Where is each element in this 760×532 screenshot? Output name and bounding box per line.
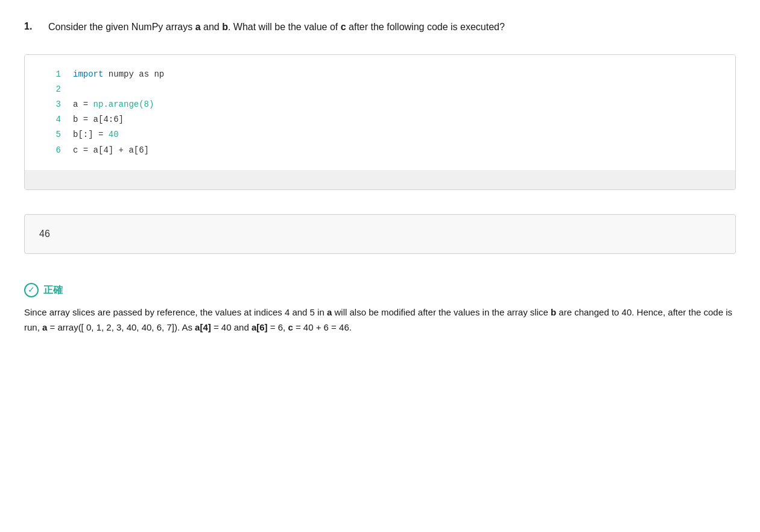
question-var-a: a xyxy=(195,22,201,32)
line-number-5: 5 xyxy=(37,127,61,142)
code-line-6: 6 c = a[4] + a[6] xyxy=(25,143,735,158)
feedback-exp6: = 6, xyxy=(268,322,288,332)
feedback-section: ✓ 正確 Since array slices are passed by re… xyxy=(24,273,736,335)
question-text-after: after the following code is executed? xyxy=(346,22,505,32)
code-content-1: import numpy as np xyxy=(73,67,164,82)
code-block: 1 import numpy as np 2 3 a = np.arange(8… xyxy=(25,55,735,170)
feedback-text: Since array slices are passed by referen… xyxy=(24,305,736,335)
feedback-exp1: Since array slices are passed by referen… xyxy=(24,307,327,317)
line-number-6: 6 xyxy=(37,143,61,158)
feedback-header: ✓ 正確 xyxy=(24,283,736,297)
answer-box: 46 xyxy=(24,214,736,254)
feedback-bold5: a[6] xyxy=(252,322,268,332)
feedback-exp2: will also be modified after the values i… xyxy=(332,307,551,317)
line-number-1: 1 xyxy=(37,67,61,82)
code-line-5: 5 b[:] = 40 xyxy=(25,127,735,142)
code-line-2: 2 xyxy=(25,82,735,97)
value-40-line5: 40 xyxy=(109,130,119,139)
question-text-before: Consider the given NumPy arrays xyxy=(48,22,195,32)
question-text-middle1: and xyxy=(201,22,223,32)
code-content-2 xyxy=(73,82,78,97)
code-line-4: 4 b = a[4:6] xyxy=(25,112,735,127)
code-line-1: 1 import numpy as np xyxy=(25,67,735,82)
code-content-3: a = np.arange(8) xyxy=(73,97,154,112)
keyword-import: import xyxy=(73,69,103,79)
code-block-wrapper: 1 import numpy as np 2 3 a = np.arange(8… xyxy=(24,54,736,190)
code-content-4: b = a[4:6] xyxy=(73,112,124,127)
question-var-b: b xyxy=(222,22,228,32)
code-content-6: c = a[4] + a[6] xyxy=(73,143,149,158)
feedback-bold4: a[4] xyxy=(195,322,211,332)
feedback-bold2: b xyxy=(551,307,556,317)
feedback-exp5: = 40 and xyxy=(211,322,252,332)
answer-value: 46 xyxy=(39,229,50,239)
feedback-bold6: c xyxy=(288,322,293,332)
code-content-5: b[:] = 40 xyxy=(73,127,119,142)
question-text-middle2: . What will be the value of xyxy=(228,22,341,32)
code-footer xyxy=(25,170,735,189)
check-mark: ✓ xyxy=(28,283,35,296)
question-header: 1. Consider the given NumPy arrays a and… xyxy=(24,19,736,35)
code-line-3: 3 a = np.arange(8) xyxy=(25,97,735,112)
feedback-exp4: = array([ 0, 1, 2, 3, 40, 40, 6, 7]). As xyxy=(47,322,195,332)
feedback-exp7: = 40 + 6 = 46. xyxy=(293,322,352,332)
question-var-c: c xyxy=(341,22,346,32)
question-text: Consider the given NumPy arrays a and b.… xyxy=(48,19,505,35)
line-number-4: 4 xyxy=(37,112,61,127)
correct-icon: ✓ xyxy=(24,283,39,297)
fn-arange: np.arange(8) xyxy=(93,100,154,109)
question-number: 1. xyxy=(24,19,39,35)
correct-label: 正確 xyxy=(43,283,63,297)
keyword-as: as xyxy=(139,69,149,79)
line-number-3: 3 xyxy=(37,97,61,112)
line-number-2: 2 xyxy=(37,82,61,97)
